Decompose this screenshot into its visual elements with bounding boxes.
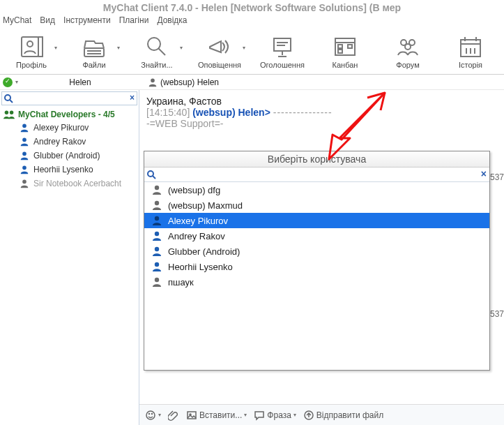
message-username: (websup) Helen <box>192 107 264 118</box>
person-icon <box>151 184 162 195</box>
popup-item-name: Andrey Rakov <box>168 231 225 241</box>
popup-list-item[interactable]: Alexey Pikurov <box>144 213 489 228</box>
popup-list-item[interactable]: (websup) dfg <box>144 182 489 197</box>
menu-plugins[interactable]: Плагіни <box>119 15 149 29</box>
dropdown-icon: ▾ <box>180 45 183 51</box>
emoji-button[interactable]: ▾ <box>145 410 161 421</box>
close-icon[interactable]: × <box>481 168 487 179</box>
toolbar-kanban[interactable]: Канбан <box>314 29 376 74</box>
contact-name: Sir Notebook Acerbacht <box>33 179 121 188</box>
toolbar-announce[interactable]: Оголошення <box>251 29 314 74</box>
popup-item-name: (websup) Maxmud <box>168 200 243 211</box>
group-label: MyChat Developers - 4/5 <box>18 110 115 119</box>
person-icon <box>20 165 29 174</box>
contact-item[interactable]: Glubber (Android) <box>0 149 139 163</box>
svg-rect-18 <box>338 45 342 48</box>
phrase-button[interactable]: Фраза▾ <box>254 410 296 421</box>
person-icon <box>20 137 29 147</box>
contact-item[interactable]: Alexey Pikurov <box>0 121 139 135</box>
message-dashes: --------------- <box>273 107 333 118</box>
svg-rect-6 <box>84 48 104 57</box>
popup-list-item[interactable]: Heorhii Lysenko <box>144 259 489 274</box>
forum-icon <box>394 34 422 59</box>
toolbar: Профіль ▾ Файли ▾ Знайти... ▾ Оповіщення… <box>0 29 504 75</box>
message-signature: -=WEB Support=- <box>146 118 497 129</box>
gt: > <box>265 107 270 118</box>
popup-item-name: (websup) dfg <box>168 185 220 195</box>
toolbar-profile-label: Профіль <box>16 61 47 69</box>
toolbar-alerts-label: Оповіщення <box>198 61 241 69</box>
clip-icon <box>168 410 179 421</box>
popup-list-item[interactable]: пшаук <box>144 274 489 290</box>
megaphone-icon <box>206 34 234 59</box>
toolbar-announce-label: Оголошення <box>260 61 305 69</box>
sendfile-button[interactable]: Відправити файл <box>303 410 383 421</box>
sendfile-label: Відправити файл <box>316 410 383 420</box>
sidebar-search-input[interactable] <box>2 92 137 105</box>
popup-list-item[interactable]: Glubber (Android) <box>144 244 489 259</box>
toolbar-alerts[interactable]: Оповіщення ▾ <box>188 29 251 74</box>
smile-icon <box>145 410 156 421</box>
contact-name: Alexey Pikurov <box>33 123 89 133</box>
bubble-icon <box>254 410 265 421</box>
status-online-icon[interactable] <box>3 77 13 87</box>
toolbar-history[interactable]: Історія <box>439 29 502 74</box>
menu-tools[interactable]: Інструменти <box>63 15 111 29</box>
message-timestamp: [14:15:40] <box>146 107 190 118</box>
svg-rect-19 <box>338 50 342 53</box>
toolbar-forum[interactable]: Форум <box>376 29 439 74</box>
search-icon <box>3 94 13 105</box>
contact-item[interactable]: Andrey Rakov <box>0 135 139 149</box>
toolbar-files[interactable]: Файли ▾ <box>63 29 125 74</box>
paste-button[interactable]: Вставити...▾ <box>186 410 247 421</box>
svg-point-4 <box>27 41 33 47</box>
menu-help[interactable]: Довідка <box>157 15 187 29</box>
contact-item[interactable]: Sir Notebook Acerbacht <box>0 177 139 191</box>
toolbar-files-label: Файли <box>82 61 105 69</box>
attach-button[interactable] <box>168 410 179 421</box>
svg-point-32 <box>10 111 13 114</box>
contact-name: Heorhii Lysenko <box>33 165 93 174</box>
contact-group[interactable]: MyChat Developers - 4/5 <box>0 108 139 121</box>
sidebar-search[interactable]: × <box>1 91 137 105</box>
popup-search-input[interactable] <box>144 167 489 181</box>
person-icon <box>151 230 162 241</box>
toolbar-forum-label: Форум <box>396 61 419 69</box>
menu-mychat[interactable]: MyChat <box>3 15 31 29</box>
popup-list-item[interactable]: Andrey Rakov <box>144 228 489 244</box>
person-icon <box>148 77 158 87</box>
popup-item-name: пшаук <box>168 277 194 288</box>
dropdown-icon[interactable]: ▾ <box>15 79 18 85</box>
toolbar-find-label: Знайти... <box>141 61 172 69</box>
profile-icon <box>17 34 45 59</box>
phrase-label: Фраза <box>267 410 291 420</box>
person-icon <box>20 179 29 188</box>
toolbar-history-label: Історія <box>459 61 482 69</box>
menu-view[interactable]: Вид <box>40 15 55 29</box>
menu-bar: MyChat Вид Інструменти Плагіни Довідка <box>0 15 504 29</box>
clear-icon[interactable]: × <box>130 93 135 103</box>
svg-rect-5 <box>38 37 43 57</box>
contact-name: Glubber (Android) <box>33 151 100 161</box>
popup-list-item[interactable]: (websup) Maxmud <box>144 197 489 213</box>
behind-text: /537 <box>488 172 504 182</box>
toolbar-find[interactable]: Знайти... ▾ <box>125 29 188 74</box>
svg-rect-20 <box>348 45 352 48</box>
person-icon <box>20 123 29 133</box>
board-icon <box>268 34 296 59</box>
svg-point-23 <box>405 44 411 50</box>
popup-search[interactable]: × <box>144 167 489 182</box>
person-icon <box>151 215 162 226</box>
svg-point-31 <box>5 111 8 114</box>
toolbar-kanban-label: Канбан <box>333 61 358 69</box>
svg-line-10 <box>158 48 165 55</box>
svg-rect-36 <box>188 412 196 419</box>
search-icon <box>146 170 156 181</box>
person-icon <box>151 200 162 211</box>
toolbar-profile[interactable]: Профіль ▾ <box>0 29 63 74</box>
contact-item[interactable]: Heorhii Lysenko <box>0 163 139 177</box>
search-icon <box>143 34 171 59</box>
person-icon <box>151 261 162 272</box>
kanban-icon <box>331 34 359 59</box>
status-user: Helen <box>21 77 139 87</box>
